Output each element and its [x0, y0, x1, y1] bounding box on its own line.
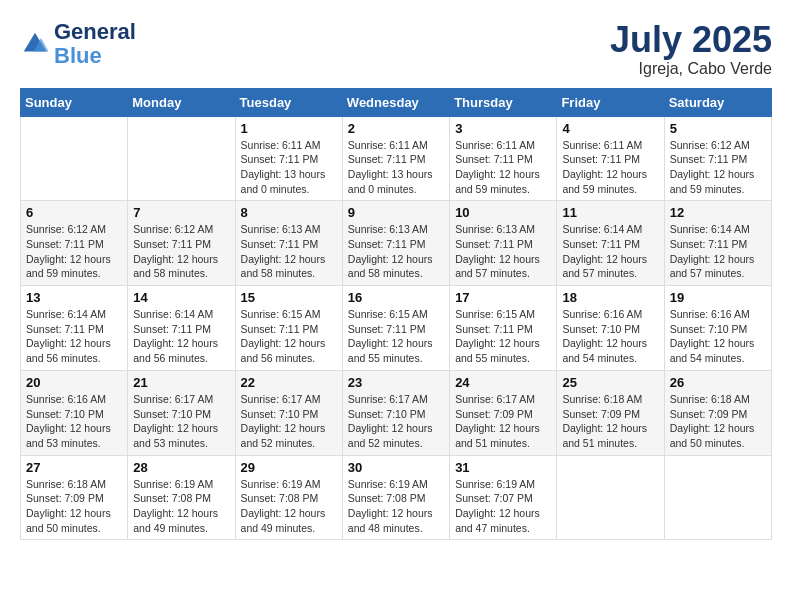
calendar-cell: 12Sunrise: 6:14 AM Sunset: 7:11 PM Dayli…: [664, 201, 771, 286]
calendar-week-1: 1Sunrise: 6:11 AM Sunset: 7:11 PM Daylig…: [21, 116, 772, 201]
calendar-cell: 11Sunrise: 6:14 AM Sunset: 7:11 PM Dayli…: [557, 201, 664, 286]
calendar-cell: 23Sunrise: 6:17 AM Sunset: 7:10 PM Dayli…: [342, 370, 449, 455]
weekday-header-sunday: Sunday: [21, 88, 128, 116]
day-number: 13: [26, 290, 122, 305]
calendar-week-4: 20Sunrise: 6:16 AM Sunset: 7:10 PM Dayli…: [21, 370, 772, 455]
day-number: 11: [562, 205, 658, 220]
day-info: Sunrise: 6:19 AM Sunset: 7:07 PM Dayligh…: [455, 477, 551, 536]
calendar-cell: 7Sunrise: 6:12 AM Sunset: 7:11 PM Daylig…: [128, 201, 235, 286]
day-number: 29: [241, 460, 337, 475]
calendar-header-row: SundayMondayTuesdayWednesdayThursdayFrid…: [21, 88, 772, 116]
calendar-cell: 29Sunrise: 6:19 AM Sunset: 7:08 PM Dayli…: [235, 455, 342, 540]
day-info: Sunrise: 6:15 AM Sunset: 7:11 PM Dayligh…: [455, 307, 551, 366]
month-title: July 2025: [610, 20, 772, 60]
day-number: 20: [26, 375, 122, 390]
calendar-cell: [128, 116, 235, 201]
day-info: Sunrise: 6:17 AM Sunset: 7:10 PM Dayligh…: [133, 392, 229, 451]
day-info: Sunrise: 6:18 AM Sunset: 7:09 PM Dayligh…: [26, 477, 122, 536]
calendar-cell: 2Sunrise: 6:11 AM Sunset: 7:11 PM Daylig…: [342, 116, 449, 201]
day-info: Sunrise: 6:15 AM Sunset: 7:11 PM Dayligh…: [348, 307, 444, 366]
day-info: Sunrise: 6:11 AM Sunset: 7:11 PM Dayligh…: [455, 138, 551, 197]
day-info: Sunrise: 6:18 AM Sunset: 7:09 PM Dayligh…: [670, 392, 766, 451]
logo: General Blue: [20, 20, 136, 68]
day-number: 30: [348, 460, 444, 475]
day-number: 23: [348, 375, 444, 390]
calendar-cell: 21Sunrise: 6:17 AM Sunset: 7:10 PM Dayli…: [128, 370, 235, 455]
calendar-cell: 28Sunrise: 6:19 AM Sunset: 7:08 PM Dayli…: [128, 455, 235, 540]
day-info: Sunrise: 6:17 AM Sunset: 7:10 PM Dayligh…: [241, 392, 337, 451]
weekday-header-monday: Monday: [128, 88, 235, 116]
day-info: Sunrise: 6:16 AM Sunset: 7:10 PM Dayligh…: [670, 307, 766, 366]
day-info: Sunrise: 6:16 AM Sunset: 7:10 PM Dayligh…: [26, 392, 122, 451]
day-number: 9: [348, 205, 444, 220]
calendar-cell: 13Sunrise: 6:14 AM Sunset: 7:11 PM Dayli…: [21, 286, 128, 371]
logo-line1: General: [54, 20, 136, 44]
day-number: 19: [670, 290, 766, 305]
weekday-header-thursday: Thursday: [450, 88, 557, 116]
calendar-cell: 14Sunrise: 6:14 AM Sunset: 7:11 PM Dayli…: [128, 286, 235, 371]
day-info: Sunrise: 6:14 AM Sunset: 7:11 PM Dayligh…: [670, 222, 766, 281]
calendar-week-5: 27Sunrise: 6:18 AM Sunset: 7:09 PM Dayli…: [21, 455, 772, 540]
day-number: 21: [133, 375, 229, 390]
calendar-cell: 20Sunrise: 6:16 AM Sunset: 7:10 PM Dayli…: [21, 370, 128, 455]
day-info: Sunrise: 6:14 AM Sunset: 7:11 PM Dayligh…: [562, 222, 658, 281]
day-number: 22: [241, 375, 337, 390]
day-info: Sunrise: 6:13 AM Sunset: 7:11 PM Dayligh…: [241, 222, 337, 281]
calendar-cell: 3Sunrise: 6:11 AM Sunset: 7:11 PM Daylig…: [450, 116, 557, 201]
calendar-cell: [557, 455, 664, 540]
day-info: Sunrise: 6:19 AM Sunset: 7:08 PM Dayligh…: [348, 477, 444, 536]
day-number: 17: [455, 290, 551, 305]
day-info: Sunrise: 6:13 AM Sunset: 7:11 PM Dayligh…: [455, 222, 551, 281]
day-number: 15: [241, 290, 337, 305]
calendar-cell: 19Sunrise: 6:16 AM Sunset: 7:10 PM Dayli…: [664, 286, 771, 371]
day-number: 28: [133, 460, 229, 475]
weekday-header-wednesday: Wednesday: [342, 88, 449, 116]
calendar-week-2: 6Sunrise: 6:12 AM Sunset: 7:11 PM Daylig…: [21, 201, 772, 286]
day-number: 12: [670, 205, 766, 220]
day-info: Sunrise: 6:14 AM Sunset: 7:11 PM Dayligh…: [133, 307, 229, 366]
day-info: Sunrise: 6:17 AM Sunset: 7:10 PM Dayligh…: [348, 392, 444, 451]
calendar-cell: 5Sunrise: 6:12 AM Sunset: 7:11 PM Daylig…: [664, 116, 771, 201]
day-number: 4: [562, 121, 658, 136]
logo-line2: Blue: [54, 44, 136, 68]
calendar-cell: 16Sunrise: 6:15 AM Sunset: 7:11 PM Dayli…: [342, 286, 449, 371]
day-number: 16: [348, 290, 444, 305]
day-info: Sunrise: 6:13 AM Sunset: 7:11 PM Dayligh…: [348, 222, 444, 281]
calendar-cell: 15Sunrise: 6:15 AM Sunset: 7:11 PM Dayli…: [235, 286, 342, 371]
day-number: 3: [455, 121, 551, 136]
day-number: 14: [133, 290, 229, 305]
day-info: Sunrise: 6:11 AM Sunset: 7:11 PM Dayligh…: [241, 138, 337, 197]
day-info: Sunrise: 6:17 AM Sunset: 7:09 PM Dayligh…: [455, 392, 551, 451]
day-number: 5: [670, 121, 766, 136]
calendar-cell: [664, 455, 771, 540]
day-info: Sunrise: 6:12 AM Sunset: 7:11 PM Dayligh…: [26, 222, 122, 281]
page-header: General Blue July 2025 Igreja, Cabo Verd…: [20, 20, 772, 78]
calendar-cell: 27Sunrise: 6:18 AM Sunset: 7:09 PM Dayli…: [21, 455, 128, 540]
day-number: 25: [562, 375, 658, 390]
day-number: 26: [670, 375, 766, 390]
calendar-table: SundayMondayTuesdayWednesdayThursdayFrid…: [20, 88, 772, 541]
calendar-cell: 4Sunrise: 6:11 AM Sunset: 7:11 PM Daylig…: [557, 116, 664, 201]
calendar-cell: 18Sunrise: 6:16 AM Sunset: 7:10 PM Dayli…: [557, 286, 664, 371]
calendar-cell: 24Sunrise: 6:17 AM Sunset: 7:09 PM Dayli…: [450, 370, 557, 455]
day-info: Sunrise: 6:19 AM Sunset: 7:08 PM Dayligh…: [241, 477, 337, 536]
day-info: Sunrise: 6:19 AM Sunset: 7:08 PM Dayligh…: [133, 477, 229, 536]
day-info: Sunrise: 6:11 AM Sunset: 7:11 PM Dayligh…: [562, 138, 658, 197]
calendar-cell: 8Sunrise: 6:13 AM Sunset: 7:11 PM Daylig…: [235, 201, 342, 286]
weekday-header-friday: Friday: [557, 88, 664, 116]
weekday-header-saturday: Saturday: [664, 88, 771, 116]
day-number: 7: [133, 205, 229, 220]
calendar-cell: 9Sunrise: 6:13 AM Sunset: 7:11 PM Daylig…: [342, 201, 449, 286]
calendar-cell: 30Sunrise: 6:19 AM Sunset: 7:08 PM Dayli…: [342, 455, 449, 540]
calendar-cell: 17Sunrise: 6:15 AM Sunset: 7:11 PM Dayli…: [450, 286, 557, 371]
day-info: Sunrise: 6:12 AM Sunset: 7:11 PM Dayligh…: [670, 138, 766, 197]
day-number: 27: [26, 460, 122, 475]
day-number: 10: [455, 205, 551, 220]
calendar-cell: 6Sunrise: 6:12 AM Sunset: 7:11 PM Daylig…: [21, 201, 128, 286]
day-info: Sunrise: 6:14 AM Sunset: 7:11 PM Dayligh…: [26, 307, 122, 366]
day-info: Sunrise: 6:16 AM Sunset: 7:10 PM Dayligh…: [562, 307, 658, 366]
calendar-cell: [21, 116, 128, 201]
day-info: Sunrise: 6:11 AM Sunset: 7:11 PM Dayligh…: [348, 138, 444, 197]
calendar-cell: 26Sunrise: 6:18 AM Sunset: 7:09 PM Dayli…: [664, 370, 771, 455]
day-info: Sunrise: 6:15 AM Sunset: 7:11 PM Dayligh…: [241, 307, 337, 366]
